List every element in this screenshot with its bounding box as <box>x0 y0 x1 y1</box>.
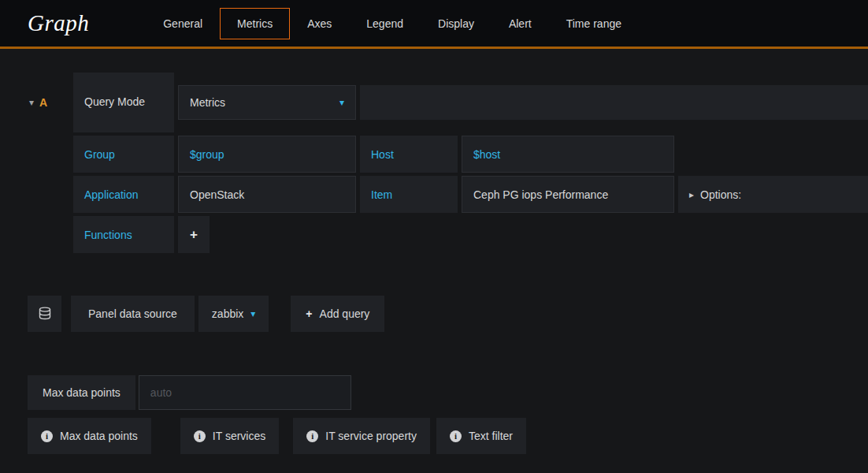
tab-general[interactable]: General <box>146 8 220 39</box>
info-text-filter-button[interactable]: i Text filter <box>436 418 526 454</box>
query-mode-label: Query Mode <box>73 73 174 132</box>
query-editor-row-a: ▾ A Query Mode Metrics ▾ Group $group Ho… <box>28 73 868 253</box>
caret-down-icon: ▾ <box>339 97 344 108</box>
group-label: Group <box>73 136 174 173</box>
options-toggle[interactable]: ▸ Options: <box>678 176 868 213</box>
query-ref-letter: A <box>39 96 47 109</box>
add-function-button[interactable]: + <box>178 216 210 253</box>
group-host-row: Group $group Host $host <box>28 136 868 173</box>
item-value-field[interactable]: Ceph PG iops Performance <box>462 176 674 213</box>
datasource-row: Panel data source zabbix ▾ + Add query <box>28 296 868 332</box>
query-collapse-toggle[interactable]: ▾ A <box>28 96 69 109</box>
item-label: Item <box>360 176 458 213</box>
graph-panel-editor: Graph General Metrics Axes Legend Displa… <box>0 0 868 473</box>
tab-axes[interactable]: Axes <box>290 8 349 39</box>
plus-icon: + <box>306 307 312 320</box>
collapse-caret-icon: ▾ <box>29 97 34 108</box>
datasource-select[interactable]: zabbix ▾ <box>198 296 269 332</box>
caret-right-icon: ▸ <box>689 189 694 200</box>
info-it-services-button[interactable]: i IT services <box>180 418 279 454</box>
max-data-points-label: Max data points <box>28 375 135 410</box>
datasource-selected-value: zabbix <box>212 307 243 320</box>
tab-alert[interactable]: Alert <box>491 8 549 39</box>
tab-display[interactable]: Display <box>421 8 491 39</box>
editor-tabs: General Metrics Axes Legend Display Aler… <box>146 8 639 39</box>
query-mode-select[interactable]: Metrics ▾ <box>178 85 356 120</box>
datasource-icon-box <box>28 296 61 332</box>
panel-data-source-label: Panel data source <box>71 296 195 332</box>
caret-down-icon: ▾ <box>250 308 255 319</box>
info-buttons-row: i Max data points i IT services i IT ser… <box>28 418 868 454</box>
info-button-label: IT services <box>213 430 265 442</box>
application-value-field[interactable]: OpenStack <box>178 176 356 213</box>
query-mode-row: ▾ A Query Mode Metrics ▾ <box>28 73 868 132</box>
info-icon: i <box>450 430 462 442</box>
tab-time-range[interactable]: Time range <box>549 8 639 39</box>
host-label: Host <box>360 136 458 173</box>
tab-legend[interactable]: Legend <box>349 8 421 39</box>
info-icon: i <box>306 430 318 442</box>
application-item-row: Application OpenStack Item Ceph PG iops … <box>28 176 868 213</box>
group-value-field[interactable]: $group <box>178 136 356 173</box>
info-button-label: Text filter <box>469 430 513 442</box>
max-data-points-input[interactable] <box>139 375 351 410</box>
info-button-label: IT service property <box>325 430 417 442</box>
panel-editor-header: Graph General Metrics Axes Legend Displa… <box>0 0 868 49</box>
info-it-service-property-button[interactable]: i IT service property <box>293 418 430 454</box>
query-mode-selected-value: Metrics <box>190 96 225 109</box>
functions-label: Functions <box>73 216 174 253</box>
database-icon <box>37 306 53 322</box>
host-value-field[interactable]: $host <box>462 136 674 173</box>
metrics-tab-content: ▾ A Query Mode Metrics ▾ Group $group Ho… <box>0 49 868 454</box>
options-label: Options: <box>700 188 741 201</box>
info-button-label: Max data points <box>60 430 138 442</box>
row-filler <box>360 85 868 120</box>
application-label: Application <box>73 176 174 213</box>
max-data-points-row: Max data points <box>28 375 868 410</box>
functions-row: Functions + <box>28 216 868 253</box>
panel-title: Graph <box>28 10 89 36</box>
info-max-data-points-button[interactable]: i Max data points <box>28 418 151 454</box>
add-query-label: Add query <box>320 307 370 320</box>
info-icon: i <box>41 430 53 442</box>
add-query-button[interactable]: + Add query <box>291 296 384 332</box>
tab-metrics[interactable]: Metrics <box>220 8 290 39</box>
info-icon: i <box>194 430 206 442</box>
